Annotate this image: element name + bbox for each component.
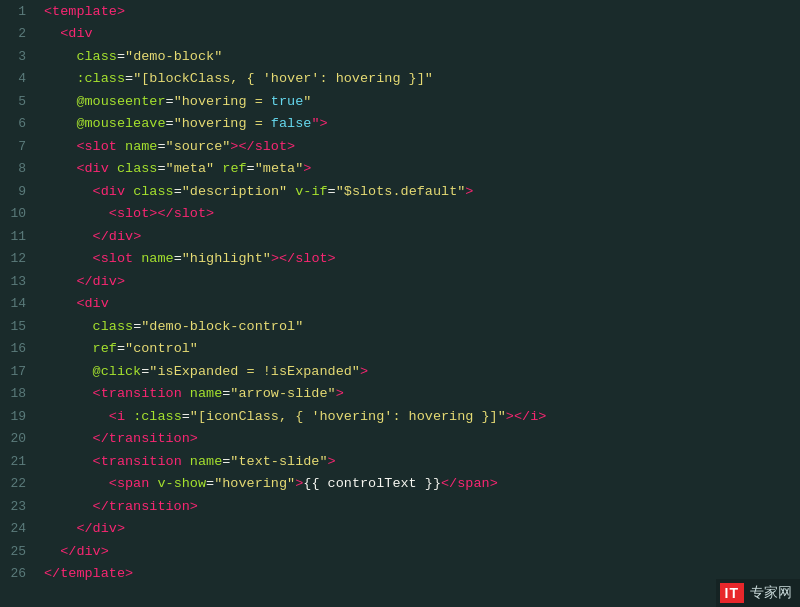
token: >	[336, 386, 344, 401]
token: >	[538, 409, 546, 424]
token: transition	[109, 431, 190, 446]
logo-it-text: IT	[720, 583, 744, 603]
code-line: 5 @mouseenter="hovering = true"	[0, 90, 800, 113]
token: class	[76, 49, 117, 64]
line-number: 11	[0, 229, 42, 244]
line-content: <span v-show="hovering">{{ controlText }…	[42, 476, 800, 491]
token	[44, 386, 93, 401]
token: >	[101, 544, 109, 559]
token: :class	[133, 409, 182, 424]
token: 'hover'	[263, 71, 320, 86]
token: ></	[149, 206, 173, 221]
token: div	[101, 184, 125, 199]
token	[44, 229, 93, 244]
line-content: :class="[blockClass, { 'hover': hovering…	[42, 71, 800, 86]
token: <	[93, 251, 101, 266]
token: :class	[76, 71, 125, 86]
token	[44, 274, 76, 289]
token: class	[93, 319, 134, 334]
line-content: <slot name="highlight"></slot>	[42, 251, 800, 266]
token	[44, 341, 93, 356]
line-content: <div	[42, 296, 800, 311]
code-line: 19 <i :class="[iconClass, { 'hovering': …	[0, 405, 800, 428]
token	[44, 206, 109, 221]
code-line: 17 @click="isExpanded = !isExpanded">	[0, 360, 800, 383]
token: slot	[101, 251, 133, 266]
line-content: </div>	[42, 229, 800, 244]
token: "meta"	[255, 161, 304, 176]
line-content: ref="control"	[42, 341, 800, 356]
line-number: 4	[0, 71, 42, 86]
token	[109, 161, 117, 176]
code-line: 4 :class="[blockClass, { 'hover': hoveri…	[0, 68, 800, 91]
code-line: 13 </div>	[0, 270, 800, 293]
line-number: 5	[0, 94, 42, 109]
code-line: 10 <slot></slot>	[0, 203, 800, 226]
line-number: 20	[0, 431, 42, 446]
token: @mouseleave	[76, 116, 165, 131]
code-line: 25 </div>	[0, 540, 800, 563]
token: "isExpanded = !isExpanded"	[149, 364, 360, 379]
token: template	[60, 566, 125, 581]
code-line: 14 <div	[0, 293, 800, 316]
token: class	[133, 184, 174, 199]
token: ">	[311, 116, 327, 131]
token: span	[117, 476, 149, 491]
token: </	[93, 431, 109, 446]
line-content: <div class="meta" ref="meta">	[42, 161, 800, 176]
code-line: 20 </transition>	[0, 428, 800, 451]
code-line: 8 <div class="meta" ref="meta">	[0, 158, 800, 181]
token: =	[157, 139, 165, 154]
token: v-show	[157, 476, 206, 491]
token	[125, 409, 133, 424]
line-content: @mouseenter="hovering = true"	[42, 94, 800, 109]
token	[44, 544, 60, 559]
line-content: <div	[42, 26, 800, 41]
line-content: class="demo-block"	[42, 49, 800, 64]
line-content: </div>	[42, 274, 800, 289]
line-number: 23	[0, 499, 42, 514]
token: span	[457, 476, 489, 491]
token: div	[76, 544, 100, 559]
token: >	[303, 161, 311, 176]
token	[182, 386, 190, 401]
token: ref	[93, 341, 117, 356]
code-line: 21 <transition name="text-slide">	[0, 450, 800, 473]
line-number: 18	[0, 386, 42, 401]
line-number: 24	[0, 521, 42, 536]
token: >	[328, 454, 336, 469]
token: <	[76, 296, 84, 311]
line-content: <i :class="[iconClass, { 'hovering': hov…	[42, 409, 800, 424]
token: slot	[174, 206, 206, 221]
token: slot	[255, 139, 287, 154]
token: <	[93, 454, 101, 469]
token: div	[85, 161, 109, 176]
line-content: </transition>	[42, 431, 800, 446]
line-number: 7	[0, 139, 42, 154]
code-line: 9 <div class="description" v-if="$slots.…	[0, 180, 800, 203]
token: >	[190, 499, 198, 514]
token: name	[190, 454, 222, 469]
token	[44, 184, 93, 199]
token: >	[125, 566, 133, 581]
token: >	[190, 431, 198, 446]
token: </	[76, 274, 92, 289]
line-content: </template>	[42, 566, 800, 581]
token: =	[166, 94, 174, 109]
line-number: 10	[0, 206, 42, 221]
token: name	[190, 386, 222, 401]
line-content: </div>	[42, 521, 800, 536]
token: >	[465, 184, 473, 199]
token	[44, 319, 93, 334]
token: "hovering"	[214, 476, 295, 491]
token: name	[125, 139, 157, 154]
code-line: 26</template>	[0, 563, 800, 586]
token: "hovering =	[174, 116, 271, 131]
token: "text-slide"	[230, 454, 327, 469]
code-line: 2 <div	[0, 23, 800, 46]
token: >	[206, 206, 214, 221]
token: "$slots.default"	[336, 184, 466, 199]
token: name	[141, 251, 173, 266]
watermark-logo: IT	[720, 583, 744, 603]
token: slot	[85, 139, 117, 154]
